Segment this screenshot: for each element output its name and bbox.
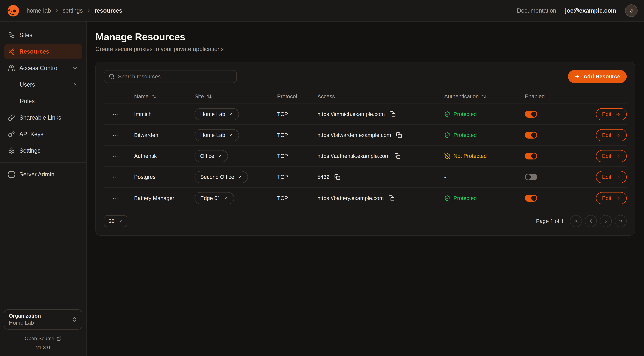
arrow-right-icon [615,132,621,138]
resource-name: Battery Manager [134,195,194,201]
edit-label: Edit [602,174,612,180]
auth-status-none: - [444,174,446,180]
chevron-down-icon [118,219,122,224]
sidebar-item-roles[interactable]: Roles [4,94,82,109]
sidebar-item-label: Sites [19,32,32,38]
edit-button[interactable]: Edit [596,192,627,204]
breadcrumb-item-home-lab[interactable]: home-lab [26,8,51,14]
enabled-toggle[interactable] [525,132,537,138]
sidebar-bottom-divider [0,300,86,300]
row-menu-cell [104,130,134,140]
row-actions-menu-button[interactable] [110,193,120,203]
site-link-button[interactable]: Second Office [194,171,248,183]
row-actions-menu-button[interactable] [110,151,120,161]
enabled-toggle[interactable] [525,111,537,118]
authentication-cell: Protected [444,132,525,138]
row-actions-menu-button[interactable] [110,130,120,140]
auth-status-protected: Protected [444,132,477,138]
user-avatar[interactable]: J [625,4,638,17]
enabled-cell [525,153,581,160]
sidebar-item-label: Settings [19,148,40,154]
sidebar-item-resources[interactable]: Resources [4,44,82,59]
copy-icon[interactable] [334,173,341,181]
column-header-name[interactable]: Name [134,93,194,100]
last-page-button[interactable] [614,215,627,227]
chevron-left-icon [588,218,594,224]
page-indicator: Page 1 of 1 [536,218,564,224]
chevron-right-icon [72,82,78,88]
arrow-up-down-icon [207,94,212,99]
sidebar-item-server-admin[interactable]: Server Admin [4,167,82,182]
site-cell: Office [194,150,277,162]
copy-icon[interactable] [395,131,403,139]
chevron-down-icon [72,65,78,71]
organization-selector[interactable]: Organization Home Lab [4,309,82,330]
sidebar-item-shareable-links[interactable]: Shareable Links [4,110,82,125]
pagination-buttons [570,215,627,227]
chevrons-right-icon [618,218,624,224]
edit-button[interactable]: Edit [596,129,627,141]
page-title: Manage Resources [96,31,635,42]
first-page-button[interactable] [570,215,582,227]
sidebar-item-users[interactable]: Users [4,77,82,92]
column-header-authentication[interactable]: Authentication [444,93,525,100]
column-header-site[interactable]: Site [194,93,277,100]
resources-card: Add Resource NameSiteProtocolAccessAuthe… [96,62,635,236]
sidebar-item-api-keys[interactable]: API Keys [4,126,82,142]
gear-icon [8,147,15,154]
site-link-button[interactable]: Edge 01 [194,192,234,204]
site-cell: Second Office [194,171,277,183]
sidebar-item-settings[interactable]: Settings [4,143,82,158]
copy-icon[interactable] [389,110,396,118]
site-link-button[interactable]: Home Lab [194,108,239,120]
column-header-label: Authentication [444,93,479,100]
search-input[interactable] [118,74,232,80]
edit-label: Edit [602,195,612,201]
table-row: Immich Home Lab TCP https://immich.examp… [104,104,627,125]
edit-button[interactable]: Edit [596,171,627,183]
page-size-select[interactable]: 20 [104,215,128,227]
add-resource-label: Add Resource [583,74,620,80]
enabled-toggle[interactable] [525,195,537,202]
edit-label: Edit [602,153,612,159]
server-icon [8,171,15,178]
add-resource-button[interactable]: Add Resource [568,70,627,83]
breadcrumb-item-settings[interactable]: settings [62,8,83,14]
page-size-value: 20 [109,218,114,224]
protocol-cell: TCP [277,111,317,117]
site-link-button[interactable]: Office [194,150,228,162]
edit-button[interactable]: Edit [596,108,627,120]
enabled-cell [525,132,581,138]
table-row: Bitwarden Home Lab TCP https://bitwarden… [104,125,627,146]
access-cell: https://immich.example.com [317,110,444,118]
edit-cell: Edit [581,171,627,183]
toggle-knob [531,132,536,138]
pangolin-logo-icon[interactable] [6,4,20,18]
table-row: Authentik Office TCP https://authentik.e… [104,146,627,167]
user-email[interactable]: joe@example.com [565,8,616,14]
enabled-toggle[interactable] [525,174,537,180]
enabled-toggle[interactable] [525,153,537,160]
key-icon [8,131,15,138]
access-url: 5432 [317,174,330,180]
open-source-link[interactable]: Open Source [4,336,82,341]
edit-button[interactable]: Edit [596,150,627,162]
sidebar-item-sites[interactable]: Sites [4,28,82,43]
row-actions-menu-button[interactable] [110,110,120,119]
chevron-right-icon [603,218,609,224]
access-url: https://immich.example.com [317,111,385,117]
users-icon [8,65,15,72]
site-link-button[interactable]: Home Lab [194,129,239,141]
documentation-link[interactable]: Documentation [517,8,556,14]
protocol-cell: TCP [277,132,317,138]
prev-page-button[interactable] [585,215,597,227]
column-header-enabled: Enabled [525,93,581,100]
page-subtitle: Create secure proxies to your private ap… [96,46,635,52]
copy-icon[interactable] [394,152,401,160]
next-page-button[interactable] [600,215,612,227]
copy-icon[interactable] [388,194,395,202]
row-actions-menu-button[interactable] [110,172,120,182]
sidebar-item-access-control[interactable]: Access Control [4,60,82,76]
column-header-protocol: Protocol [277,93,317,100]
topbar-right: Documentation joe@example.com J [517,4,638,17]
